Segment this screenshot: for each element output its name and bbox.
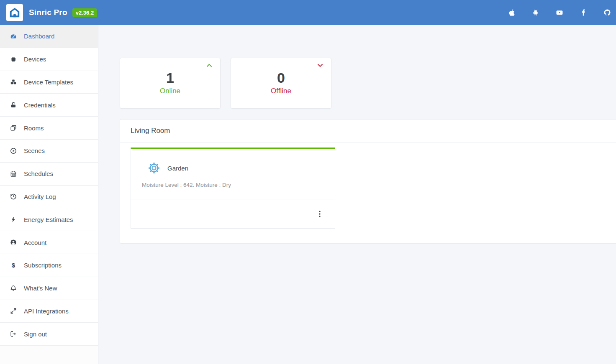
sidebar-item-label: API Integrations [24,308,69,315]
sidebar-item-label: Dashboard [24,33,54,40]
version-badge: v2.36.2 [72,8,97,17]
kebab-menu-icon [319,211,321,217]
offline-count: 0 [277,70,285,86]
history-icon [9,193,18,200]
sidebar-item-label: Account [24,239,46,246]
sidebar-item-devices[interactable]: Devices [0,48,98,71]
social-links [508,9,616,16]
play-circle-icon [9,148,18,154]
microchip-icon [9,56,18,63]
dollar-icon [9,262,18,269]
sidebar-item-label: Activity Log [24,193,56,200]
online-label: Online [160,87,180,95]
android-icon[interactable] [532,9,539,16]
room-panel-header: Living Room [120,120,616,143]
sidebar-item-credentials[interactable]: Credentials [0,94,98,117]
sidebar-item-label: Energy Estimates [24,216,73,223]
user-circle-icon [9,239,18,246]
offline-stat-card[interactable]: 0 Offline [231,58,331,109]
device-name: Garden [167,165,188,172]
sidebar-item-whats-new[interactable]: What's New [0,277,98,300]
sidebar-item-api-integrations[interactable]: API Integrations [0,300,98,323]
main-content: 1 Online 0 Offline Living Room Garde [99,25,616,364]
sidebar-item-label: Rooms [24,125,44,132]
facebook-icon[interactable] [580,9,587,16]
sidebar-item-schedules[interactable]: Schedules [0,163,98,186]
expand-arrows-icon [9,308,18,314]
bolt-icon [9,216,18,223]
sidebar-item-label: Devices [24,56,46,63]
online-count: 1 [166,70,174,86]
device-card-content: Garden Moisture Level : 642. Moisture : … [131,149,335,199]
sidebar-item-label: Sign out [24,331,47,338]
sidebar-item-sign-out[interactable]: Sign out [0,323,98,346]
device-status-text: Moisture Level : 642. Moisture : Dry [142,182,324,188]
sidebar-item-rooms[interactable]: Rooms [0,117,98,140]
cubes-icon [9,79,18,85]
sign-out-icon [9,331,18,337]
device-card-footer [131,199,335,228]
sidebar-item-dashboard[interactable]: Dashboard [0,25,98,48]
app-logo[interactable] [6,4,23,21]
room-panel-body: Garden Moisture Level : 642. Moisture : … [120,143,616,243]
sidebar-item-label: What's New [24,285,57,292]
sidebar-item-label: Schedules [24,170,53,177]
github-icon[interactable] [603,9,611,16]
stats-row: 1 Online 0 Offline [120,58,616,109]
sidebar-item-account[interactable]: Account [0,231,98,254]
device-card-garden[interactable]: Garden Moisture Level : 642. Moisture : … [131,148,335,229]
top-navbar: Sinric Pro v2.36.2 [0,0,616,25]
room-title: Living Room [131,127,170,135]
device-menu-button[interactable] [316,208,323,220]
chevron-up-icon [206,64,212,68]
sidebar-item-label: Subscriptions [24,262,62,269]
sidebar-item-device-templates[interactable]: Device Templates [0,71,98,94]
apple-icon[interactable] [508,9,516,16]
chevron-down-icon [317,64,323,68]
sidebar-item-subscriptions[interactable]: Subscriptions [0,254,98,277]
youtube-icon[interactable] [556,9,563,16]
sidebar-item-label: Credentials [24,102,56,109]
unlock-icon [9,102,18,108]
sidebar-item-energy-estimates[interactable]: Energy Estimates [0,208,98,231]
sidebar-item-scenes[interactable]: Scenes [0,140,98,163]
sidebar: Dashboard Devices Device Templates Crede… [0,25,98,364]
online-stat-card[interactable]: 1 Online [120,58,221,109]
device-title-row: Garden [142,162,324,174]
offline-label: Offline [271,87,291,95]
clone-icon [9,125,18,131]
sidebar-item-label: Scenes [24,147,45,154]
living-room-panel: Living Room Garden Moisture Level : 642.… [120,119,616,244]
sidebar-item-activity-log[interactable]: Activity Log [0,186,98,209]
dashboard-icon [9,33,18,40]
bell-icon [9,285,18,292]
app-title: Sinric Pro [29,8,67,17]
calendar-icon [9,171,18,177]
home-icon [9,7,21,18]
gear-icon [148,162,160,174]
sidebar-item-label: Device Templates [24,79,73,86]
